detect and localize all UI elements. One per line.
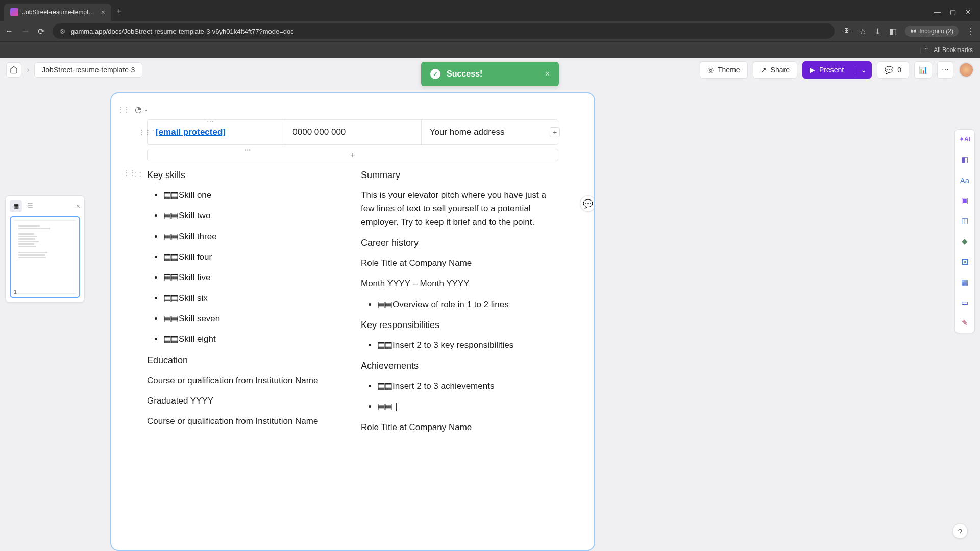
avatar[interactable] (959, 62, 974, 78)
right-column[interactable]: Summary This is your elevator pitch wher… (361, 168, 558, 441)
form-icon[interactable]: ✎ (959, 317, 970, 329)
new-tab-button[interactable]: + (116, 6, 122, 17)
success-toast: ✓ Success! × (421, 62, 559, 86)
phone-cell[interactable]: 0000 000 000 (284, 120, 421, 144)
play-icon: ▶ (810, 66, 815, 74)
share-button[interactable]: ↗ Share (753, 61, 797, 79)
contact-row[interactable]: ⋮⋮ ⋯ ⋮⋮ [email protected] 0000 000 000 Y… (147, 119, 558, 145)
comments-button[interactable]: 💬 0 (877, 61, 909, 79)
theme-button[interactable]: ◎ Theme (700, 61, 748, 79)
image-icon[interactable]: 🖼 (959, 256, 970, 267)
browser-tab[interactable]: JobStreet-resume-template-3 | × (4, 4, 111, 21)
add-comment-button[interactable]: 💬 (580, 195, 595, 212)
address-bar[interactable]: ⚙ gamma.app/docs/JobStreet-resume-templa… (53, 23, 835, 39)
card-style-dropdown[interactable]: ◔ ⌄ (132, 104, 151, 115)
email-cell[interactable]: ⋮⋮ [email protected] (148, 120, 284, 144)
callout-icon[interactable]: ▣ (959, 195, 970, 206)
role-title: Role Title at Company Name (361, 257, 558, 270)
more-button[interactable]: ⋯ (937, 61, 953, 79)
bar-handle-icon[interactable]: ⋯ (244, 146, 251, 154)
forward-icon[interactable]: → (21, 27, 30, 36)
incognito-badge[interactable]: 🕶 Incognito (2) (905, 26, 959, 37)
toast-close-icon[interactable]: × (545, 69, 550, 79)
browser-toolbar: ← → ⟳ ⚙ gamma.app/docs/JobStreet-resume-… (0, 21, 980, 41)
summary-body: This is your elevator pitch where you ha… (361, 189, 558, 229)
site-settings-icon[interactable]: ⚙ (60, 28, 66, 35)
close-window-icon[interactable]: ✕ (965, 8, 971, 16)
reload-icon[interactable]: ⟳ (38, 27, 44, 36)
eye-off-icon[interactable]: 👁 (843, 27, 851, 36)
filmstrip-close-icon[interactable]: × (76, 202, 80, 210)
achievements-heading: Achievements (361, 359, 558, 373)
block-drag-icon[interactable]: ⋮⋮ (133, 170, 143, 179)
back-icon[interactable]: ← (5, 27, 13, 36)
skills-list[interactable]: ▤▤Skill one ▤▤Skill two ▤▤Skill three ▤▤… (147, 189, 345, 346)
home-button[interactable] (6, 62, 21, 78)
card-templates-icon[interactable]: ◧ (959, 154, 970, 165)
address-cell[interactable]: Your home address (421, 120, 558, 144)
chevron-down-icon: ⌄ (144, 107, 148, 112)
star-icon[interactable]: ☆ (859, 27, 866, 36)
theme-label: Theme (718, 66, 740, 74)
help-button[interactable]: ? (952, 523, 968, 539)
drag-handle-icon[interactable]: ⋮⋮ (118, 105, 129, 115)
incognito-icon: 🕶 (910, 28, 916, 35)
style-icon: ◔ (135, 105, 142, 114)
tab-title: JobStreet-resume-template-3 | (22, 9, 97, 16)
right-rail: ✦AI ◧ Aa ▣ ◫ ◆ 🖼 ▦ ▭ ✎ (954, 129, 975, 333)
text-format-icon[interactable]: Aa (959, 174, 970, 186)
folder-icon: 🗀 (924, 46, 930, 54)
analytics-icon: 📊 (919, 66, 927, 74)
url-text: gamma.app/docs/JobStreet-resume-template… (71, 28, 294, 35)
summary-heading: Summary (361, 168, 558, 183)
card-toolbar: ⋮⋮ ◔ ⌄ (115, 104, 590, 115)
list-item: ▤▤Skill three (163, 230, 345, 243)
maximize-icon[interactable]: ▢ (950, 8, 956, 16)
filmstrip-grid-tab[interactable]: ▦ (10, 200, 22, 212)
list-item: ▤▤Insert 2 to 3 key responsibilities (377, 339, 558, 352)
list-item: ▤▤Skill seven (163, 312, 345, 325)
filmstrip-thumbnail[interactable]: 1 (10, 216, 80, 298)
phone-text: 0000 000 000 (292, 127, 346, 137)
text-cursor (396, 403, 397, 411)
analytics-button[interactable]: 📊 (914, 61, 932, 79)
list-item: ▤▤Skill two (163, 209, 345, 222)
list-item: ▤▤Skill six (163, 292, 345, 305)
email-text: [email protected] (156, 127, 226, 137)
add-block-bar[interactable]: ⋯ + (147, 149, 558, 161)
filmstrip-list-tab[interactable]: ☰ (24, 200, 36, 212)
visual-icon[interactable]: ◆ (959, 236, 970, 247)
list-item: ▤▤ (377, 400, 558, 413)
tab-favicon (10, 8, 18, 16)
chevron-right-icon: › (27, 65, 29, 74)
download-icon[interactable]: ⤓ (874, 27, 881, 36)
ai-icon[interactable]: ✦AI (959, 134, 970, 145)
cell-drag-icon[interactable]: ⋮⋮ (145, 129, 156, 135)
education-heading: Education (147, 354, 345, 368)
present-label: Present (819, 66, 844, 74)
embed-icon[interactable]: ▭ (959, 297, 970, 308)
comment-icon: 💬 (885, 66, 893, 74)
tab-close-icon[interactable]: × (101, 8, 105, 16)
responsibilities-heading: Key responsibilities (361, 318, 558, 333)
chevron-down-icon: ⌄ (861, 66, 867, 74)
window-controls: — ▢ ✕ (929, 8, 976, 21)
breadcrumb[interactable]: JobStreet-resume-template-3 (34, 62, 142, 78)
video-icon[interactable]: ▦ (959, 277, 970, 288)
palette-icon: ◎ (707, 66, 714, 74)
add-column-button[interactable]: + (550, 127, 560, 137)
left-column[interactable]: ⋮⋮ ⋮⋮ Key skills ▤▤Skill one ▤▤Skill two… (147, 168, 345, 441)
minimize-icon[interactable]: — (934, 8, 941, 16)
document-canvas[interactable]: ⋮⋮ ◔ ⌄ 💬 ⋮⋮ ⋯ ⋮⋮ [email protected] 0000 … (110, 92, 595, 551)
layout-icon[interactable]: ◫ (959, 215, 970, 227)
present-button[interactable]: ▶ Present ⌄ (802, 61, 872, 79)
all-bookmarks-link[interactable]: All Bookmarks (934, 46, 973, 54)
doc-title: JobStreet-resume-template-3 (42, 66, 135, 74)
check-circle-icon: ✓ (430, 69, 440, 79)
browser-tab-strip: JobStreet-resume-template-3 | × + — ▢ ✕ (0, 0, 980, 21)
role-title: Role Title at Company Name (361, 421, 558, 434)
chrome-menu-icon[interactable]: ⋮ (967, 27, 975, 36)
education-course: Course or qualification from Institution… (147, 374, 345, 387)
present-dropdown[interactable]: ⌄ (855, 66, 872, 74)
side-panel-icon[interactable]: ◧ (889, 27, 897, 36)
